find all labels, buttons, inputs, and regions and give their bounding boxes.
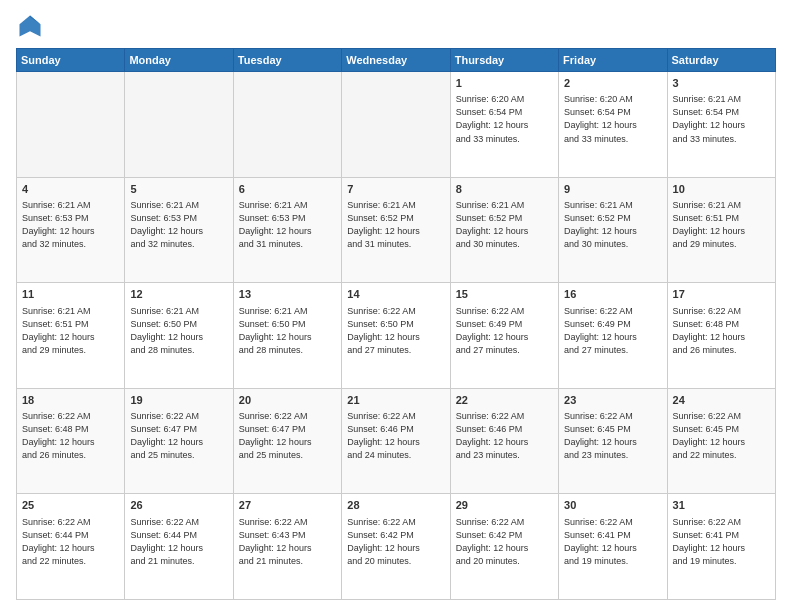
table-row [17,72,125,178]
day-info: Sunrise: 6:20 AM Sunset: 6:54 PM Dayligh… [456,93,553,145]
table-row [233,72,341,178]
table-row: 20Sunrise: 6:22 AM Sunset: 6:47 PM Dayli… [233,388,341,494]
day-info: Sunrise: 6:22 AM Sunset: 6:47 PM Dayligh… [130,410,227,462]
day-info: Sunrise: 6:22 AM Sunset: 6:43 PM Dayligh… [239,516,336,568]
table-row: 14Sunrise: 6:22 AM Sunset: 6:50 PM Dayli… [342,283,450,389]
day-info: Sunrise: 6:21 AM Sunset: 6:52 PM Dayligh… [456,199,553,251]
table-row: 19Sunrise: 6:22 AM Sunset: 6:47 PM Dayli… [125,388,233,494]
table-row: 6Sunrise: 6:21 AM Sunset: 6:53 PM Daylig… [233,177,341,283]
day-info: Sunrise: 6:22 AM Sunset: 6:49 PM Dayligh… [564,305,661,357]
day-info: Sunrise: 6:22 AM Sunset: 6:47 PM Dayligh… [239,410,336,462]
calendar-header-row: Sunday Monday Tuesday Wednesday Thursday… [17,49,776,72]
day-number: 10 [673,182,770,197]
logo [16,12,48,40]
table-row: 12Sunrise: 6:21 AM Sunset: 6:50 PM Dayli… [125,283,233,389]
day-info: Sunrise: 6:21 AM Sunset: 6:51 PM Dayligh… [22,305,119,357]
day-info: Sunrise: 6:21 AM Sunset: 6:51 PM Dayligh… [673,199,770,251]
day-info: Sunrise: 6:22 AM Sunset: 6:46 PM Dayligh… [456,410,553,462]
table-row [342,72,450,178]
table-row: 9Sunrise: 6:21 AM Sunset: 6:52 PM Daylig… [559,177,667,283]
day-number: 9 [564,182,661,197]
table-row: 24Sunrise: 6:22 AM Sunset: 6:45 PM Dayli… [667,388,775,494]
table-row: 23Sunrise: 6:22 AM Sunset: 6:45 PM Dayli… [559,388,667,494]
col-wednesday: Wednesday [342,49,450,72]
table-row: 15Sunrise: 6:22 AM Sunset: 6:49 PM Dayli… [450,283,558,389]
table-row: 21Sunrise: 6:22 AM Sunset: 6:46 PM Dayli… [342,388,450,494]
day-info: Sunrise: 6:22 AM Sunset: 6:48 PM Dayligh… [673,305,770,357]
col-friday: Friday [559,49,667,72]
calendar-week-row: 18Sunrise: 6:22 AM Sunset: 6:48 PM Dayli… [17,388,776,494]
day-number: 19 [130,393,227,408]
day-number: 5 [130,182,227,197]
table-row: 1Sunrise: 6:20 AM Sunset: 6:54 PM Daylig… [450,72,558,178]
table-row: 17Sunrise: 6:22 AM Sunset: 6:48 PM Dayli… [667,283,775,389]
day-number: 31 [673,498,770,513]
day-number: 17 [673,287,770,302]
day-info: Sunrise: 6:20 AM Sunset: 6:54 PM Dayligh… [564,93,661,145]
day-number: 11 [22,287,119,302]
day-number: 27 [239,498,336,513]
day-info: Sunrise: 6:22 AM Sunset: 6:41 PM Dayligh… [564,516,661,568]
day-number: 21 [347,393,444,408]
table-row: 25Sunrise: 6:22 AM Sunset: 6:44 PM Dayli… [17,494,125,600]
table-row: 13Sunrise: 6:21 AM Sunset: 6:50 PM Dayli… [233,283,341,389]
day-number: 20 [239,393,336,408]
table-row: 27Sunrise: 6:22 AM Sunset: 6:43 PM Dayli… [233,494,341,600]
calendar-week-row: 4Sunrise: 6:21 AM Sunset: 6:53 PM Daylig… [17,177,776,283]
day-info: Sunrise: 6:22 AM Sunset: 6:41 PM Dayligh… [673,516,770,568]
day-number: 28 [347,498,444,513]
day-number: 7 [347,182,444,197]
day-number: 8 [456,182,553,197]
day-number: 26 [130,498,227,513]
day-info: Sunrise: 6:21 AM Sunset: 6:54 PM Dayligh… [673,93,770,145]
col-saturday: Saturday [667,49,775,72]
day-number: 3 [673,76,770,91]
table-row: 16Sunrise: 6:22 AM Sunset: 6:49 PM Dayli… [559,283,667,389]
day-number: 23 [564,393,661,408]
table-row: 11Sunrise: 6:21 AM Sunset: 6:51 PM Dayli… [17,283,125,389]
calendar-table: Sunday Monday Tuesday Wednesday Thursday… [16,48,776,600]
day-info: Sunrise: 6:22 AM Sunset: 6:48 PM Dayligh… [22,410,119,462]
day-number: 14 [347,287,444,302]
day-number: 6 [239,182,336,197]
table-row: 28Sunrise: 6:22 AM Sunset: 6:42 PM Dayli… [342,494,450,600]
day-info: Sunrise: 6:21 AM Sunset: 6:52 PM Dayligh… [564,199,661,251]
day-info: Sunrise: 6:22 AM Sunset: 6:46 PM Dayligh… [347,410,444,462]
table-row: 7Sunrise: 6:21 AM Sunset: 6:52 PM Daylig… [342,177,450,283]
calendar-week-row: 11Sunrise: 6:21 AM Sunset: 6:51 PM Dayli… [17,283,776,389]
day-info: Sunrise: 6:21 AM Sunset: 6:53 PM Dayligh… [22,199,119,251]
table-row: 22Sunrise: 6:22 AM Sunset: 6:46 PM Dayli… [450,388,558,494]
day-number: 16 [564,287,661,302]
calendar-week-row: 25Sunrise: 6:22 AM Sunset: 6:44 PM Dayli… [17,494,776,600]
day-info: Sunrise: 6:21 AM Sunset: 6:53 PM Dayligh… [130,199,227,251]
day-number: 4 [22,182,119,197]
day-number: 29 [456,498,553,513]
day-number: 24 [673,393,770,408]
col-sunday: Sunday [17,49,125,72]
page: Sunday Monday Tuesday Wednesday Thursday… [0,0,792,612]
day-info: Sunrise: 6:21 AM Sunset: 6:53 PM Dayligh… [239,199,336,251]
table-row: 18Sunrise: 6:22 AM Sunset: 6:48 PM Dayli… [17,388,125,494]
day-info: Sunrise: 6:22 AM Sunset: 6:45 PM Dayligh… [673,410,770,462]
day-info: Sunrise: 6:22 AM Sunset: 6:42 PM Dayligh… [456,516,553,568]
table-row: 30Sunrise: 6:22 AM Sunset: 6:41 PM Dayli… [559,494,667,600]
day-number: 1 [456,76,553,91]
day-number: 12 [130,287,227,302]
day-number: 25 [22,498,119,513]
day-info: Sunrise: 6:22 AM Sunset: 6:44 PM Dayligh… [22,516,119,568]
day-number: 13 [239,287,336,302]
table-row: 3Sunrise: 6:21 AM Sunset: 6:54 PM Daylig… [667,72,775,178]
table-row [125,72,233,178]
col-thursday: Thursday [450,49,558,72]
generalblue-logo-icon [16,12,44,40]
day-number: 22 [456,393,553,408]
header [16,12,776,40]
day-info: Sunrise: 6:22 AM Sunset: 6:50 PM Dayligh… [347,305,444,357]
table-row: 5Sunrise: 6:21 AM Sunset: 6:53 PM Daylig… [125,177,233,283]
day-info: Sunrise: 6:22 AM Sunset: 6:42 PM Dayligh… [347,516,444,568]
day-info: Sunrise: 6:21 AM Sunset: 6:50 PM Dayligh… [130,305,227,357]
calendar-week-row: 1Sunrise: 6:20 AM Sunset: 6:54 PM Daylig… [17,72,776,178]
table-row: 2Sunrise: 6:20 AM Sunset: 6:54 PM Daylig… [559,72,667,178]
col-tuesday: Tuesday [233,49,341,72]
day-info: Sunrise: 6:21 AM Sunset: 6:52 PM Dayligh… [347,199,444,251]
